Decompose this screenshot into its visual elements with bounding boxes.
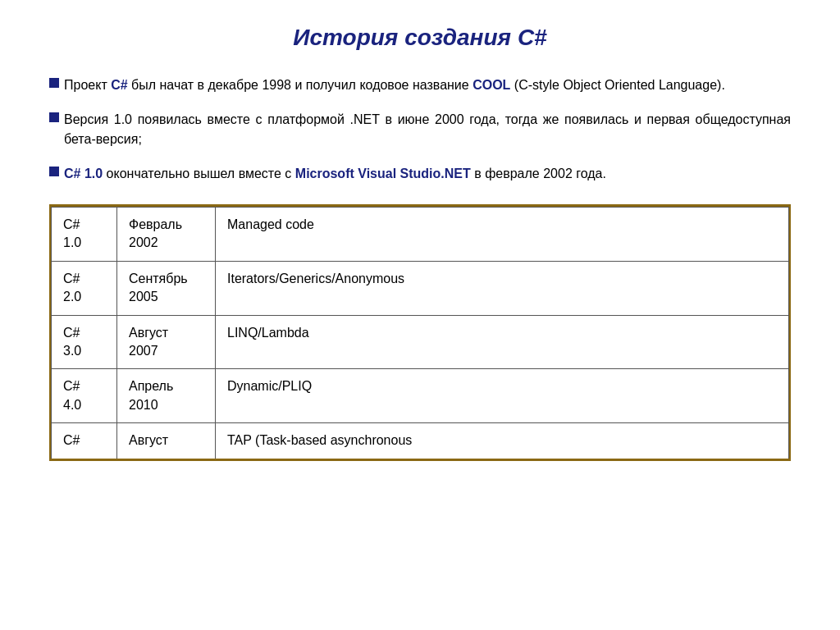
bullet-icon-3 xyxy=(49,167,59,176)
table-cell-feature-1: Managed code xyxy=(216,208,789,262)
section-2: Версия 1.0 появилась вместе с платформой… xyxy=(49,110,791,149)
section-3: C# 1.0 окончательно вышел вместе с Micro… xyxy=(49,164,791,184)
section-1: Проект C# был начат в декабре 1998 и пол… xyxy=(49,75,791,95)
versions-table-wrapper: C#1.0 Февраль2002 Managed code C#2.0 Сен… xyxy=(49,204,791,461)
table-cell-date-2: Сентябрь2005 xyxy=(117,261,216,315)
table-cell-feature-4: Dynamic/PLIQ xyxy=(216,369,789,423)
table-row: C#3.0 Август2007 LINQ/Lambda xyxy=(52,315,789,369)
page-title: История создания C# xyxy=(49,25,791,51)
table-cell-date-5: Август xyxy=(117,423,216,459)
table-cell-version-1: C#1.0 xyxy=(52,208,117,262)
section-3-text: C# 1.0 окончательно вышел вместе с Micro… xyxy=(64,164,791,184)
table-cell-date-4: Апрель2010 xyxy=(117,369,216,423)
table-cell-date-3: Август2007 xyxy=(117,315,216,369)
table-row: C#4.0 Апрель2010 Dynamic/PLIQ xyxy=(52,369,789,423)
vs-net-highlight: Microsoft Visual Studio.NET xyxy=(295,167,471,180)
csharp-highlight-1: C# xyxy=(111,78,127,92)
table-cell-feature-2: Iterators/Generics/Anonymous xyxy=(216,261,789,315)
table-cell-version-3: C#3.0 xyxy=(52,315,117,369)
section-2-text: Версия 1.0 появилась вместе с платформой… xyxy=(64,110,791,149)
table-row: C#1.0 Февраль2002 Managed code xyxy=(52,208,789,262)
table-row: C#2.0 Сентябрь2005 Iterators/Generics/An… xyxy=(52,261,789,315)
table-cell-date-1: Февраль2002 xyxy=(117,208,216,262)
table-cell-feature-3: LINQ/Lambda xyxy=(216,315,789,369)
cool-highlight: COOL xyxy=(472,78,510,92)
section-1-text: Проект C# был начат в декабре 1998 и пол… xyxy=(64,75,791,95)
table-row: C# Август TAP (Task-based asynchronous xyxy=(52,423,789,459)
csharp-10-highlight: C# 1.0 xyxy=(64,167,103,180)
table-cell-version-4: C#4.0 xyxy=(52,369,117,423)
bullet-icon-2 xyxy=(49,112,59,122)
table-cell-feature-5: TAP (Task-based asynchronous xyxy=(216,423,789,459)
bullet-icon-1 xyxy=(49,78,59,88)
versions-table: C#1.0 Февраль2002 Managed code C#2.0 Сен… xyxy=(51,207,789,459)
table-cell-version-5: C# xyxy=(52,423,117,459)
table-cell-version-2: C#2.0 xyxy=(52,261,117,315)
